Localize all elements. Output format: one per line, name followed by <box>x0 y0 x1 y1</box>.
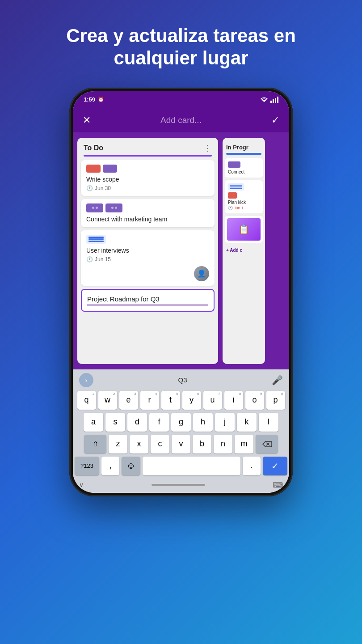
keyboard-suggestion-text: Q3 <box>178 376 187 384</box>
key-c[interactable]: c <box>151 435 169 453</box>
wifi-icon <box>260 97 268 103</box>
tag-blue-lines <box>86 235 106 244</box>
key-w[interactable]: w2 <box>98 391 117 410</box>
key-comma[interactable]: , <box>101 457 119 475</box>
add-card-title: Add card... <box>160 115 202 125</box>
inprogress-bar <box>226 153 261 155</box>
close-button[interactable]: ✕ <box>83 114 91 126</box>
new-card-input[interactable]: Project Roadmap for Q3 <box>87 295 208 305</box>
partial-tag-blue-bar <box>228 183 244 191</box>
svg-rect-0 <box>270 101 272 103</box>
key-f[interactable]: f <box>149 413 169 432</box>
card-marketing[interactable]: Connect with marketing team <box>81 199 215 227</box>
key-r[interactable]: r4 <box>140 391 159 410</box>
keyboard-rows: q1 w2 e3 r4 t5 y6 u7 i8 o9 p0 a s <box>73 391 289 478</box>
tag-purple <box>103 165 117 173</box>
clock-icon-3: 🕐 <box>86 256 93 263</box>
keyboard-chevron-button[interactable]: › <box>79 373 93 387</box>
card-tags-2 <box>86 203 209 212</box>
phone-frame: 1:59 ⏰ <box>69 88 293 496</box>
keyboard-down-arrow[interactable]: ∨ <box>79 481 84 488</box>
key-u[interactable]: u7 <box>203 391 222 410</box>
key-t[interactable]: t5 <box>161 391 180 410</box>
headline: Crea y actualiza tareas en cualquier lug… <box>39 25 323 70</box>
tag-purple-pattern <box>86 203 103 212</box>
partial-tag-purple <box>228 161 240 168</box>
key-s[interactable]: s <box>105 413 125 432</box>
check-button[interactable]: ✓ <box>271 114 279 126</box>
partial-card-1[interactable]: Connect <box>225 158 263 178</box>
key-l[interactable]: l <box>259 413 278 432</box>
key-e[interactable]: e3 <box>119 391 138 410</box>
key-shift[interactable]: ⇧ <box>84 435 106 453</box>
card-title-2: Connect with marketing team <box>86 216 209 223</box>
status-right-icons <box>260 97 278 103</box>
todo-column: To Do ⋮ Write sc <box>77 138 218 364</box>
key-g[interactable]: g <box>171 413 191 432</box>
key-k[interactable]: k <box>237 413 257 432</box>
inprogress-title: In Progr <box>226 144 248 151</box>
key-period[interactable]: . <box>243 457 261 475</box>
key-q[interactable]: q1 <box>77 391 96 410</box>
key-space[interactable] <box>143 457 240 475</box>
card-title: Write scope <box>86 176 209 183</box>
todo-column-title: To Do <box>84 144 103 152</box>
keyboard-row-1: q1 w2 e3 r4 t5 y6 u7 i8 o9 p0 <box>75 391 287 410</box>
keyboard-area: › Q3 🎤 q1 w2 e3 r4 t5 y6 u7 <box>73 369 289 493</box>
card-write-scope[interactable]: Write scope 🕐 Jun 30 <box>81 160 215 196</box>
todo-column-menu-icon[interactable]: ⋮ <box>204 143 212 153</box>
headline-line2: cualquier lugar <box>114 47 248 68</box>
key-emoji[interactable]: ☺ <box>122 457 140 475</box>
key-p[interactable]: p0 <box>266 391 285 410</box>
partial-card-image: 📋 <box>227 218 261 241</box>
clock-icon: 🕐 <box>86 185 93 191</box>
keyboard-row-4: ?123 , ☺ . ✓ <box>75 457 287 475</box>
partial-date-text: Jun 1 <box>234 206 244 210</box>
svg-rect-2 <box>275 98 276 103</box>
card-date-text: Jun 30 <box>95 185 111 191</box>
key-j[interactable]: j <box>215 413 235 432</box>
key-z[interactable]: z <box>109 435 127 453</box>
inprogress-header: In Progr <box>223 138 265 153</box>
partial-card-3[interactable]: 📋 <box>225 216 263 243</box>
key-n[interactable]: n <box>214 435 232 453</box>
status-time-group: 1:59 ⏰ <box>84 96 104 103</box>
keyboard-row-3: ⇧ z x c v b n m <box>75 435 287 453</box>
key-a[interactable]: a <box>84 413 103 432</box>
key-b[interactable]: b <box>193 435 211 453</box>
key-i[interactable]: i8 <box>224 391 243 410</box>
key-y[interactable]: y6 <box>182 391 201 410</box>
key-o[interactable]: o9 <box>245 391 264 410</box>
svg-rect-1 <box>273 99 274 103</box>
tag-red <box>86 165 101 173</box>
headline-line1: Crea y actualiza tareas en <box>66 25 296 46</box>
cards-list: Write scope 🕐 Jun 30 <box>77 160 218 364</box>
board-area: To Do ⋮ Write sc <box>73 132 289 369</box>
home-bar-container <box>152 484 205 486</box>
card-interviews[interactable]: User interviews 🕐 Jun 15 👤 <box>81 230 215 286</box>
card-date-text-3: Jun 15 <box>95 256 111 263</box>
key-v[interactable]: v <box>172 435 190 453</box>
mic-icon[interactable]: 🎤 <box>272 375 283 386</box>
keyboard-bottom: ∨ ⌨ <box>73 478 289 493</box>
partial-card-title-1: Connect <box>228 169 260 174</box>
key-m[interactable]: m <box>235 435 253 453</box>
key-delete[interactable] <box>256 435 278 453</box>
delete-icon <box>262 441 272 448</box>
new-card-input-container[interactable]: Project Roadmap for Q3 <box>81 289 215 312</box>
alarm-icon: ⏰ <box>98 97 104 102</box>
keyboard-switch-icon[interactable]: ⌨ <box>273 481 283 489</box>
card-date-3: 🕐 Jun 15 <box>86 256 209 263</box>
partial-add-card[interactable]: + Add c <box>225 246 263 255</box>
partial-card-2[interactable]: Plan kick 🕐 Jun 1 <box>225 180 263 213</box>
keyboard-suggestion-bar: › Q3 🎤 <box>73 369 289 391</box>
inprogress-column: In Progr Connect <box>223 138 265 364</box>
app-header: ✕ Add card... ✓ <box>73 108 289 132</box>
key-done[interactable]: ✓ <box>263 457 287 475</box>
key-x[interactable]: x <box>130 435 148 453</box>
key-d[interactable]: d <box>127 413 147 432</box>
key-h[interactable]: h <box>193 413 213 432</box>
phone-inner: 1:59 ⏰ <box>73 91 289 493</box>
key-123[interactable]: ?123 <box>75 457 99 475</box>
status-bar: 1:59 ⏰ <box>73 91 289 108</box>
